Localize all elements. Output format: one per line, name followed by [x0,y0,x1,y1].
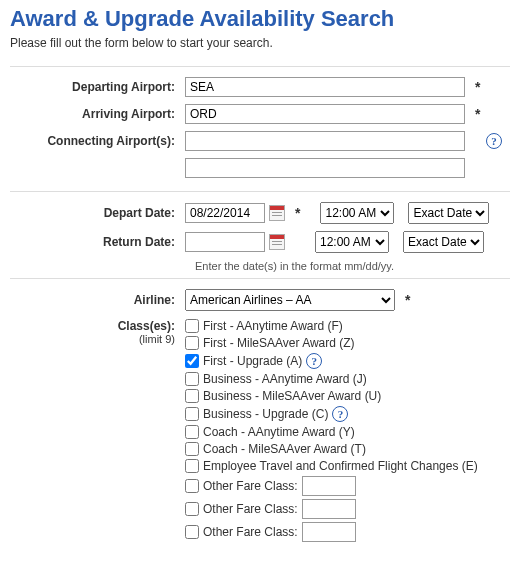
classes-list: First - AAnytime Award (F)First - MileSA… [185,319,510,545]
return-date-label: Return Date: [10,235,185,249]
arriving-airport-label: Arriving Airport: [10,107,185,121]
class-checkbox[interactable] [185,425,199,439]
help-icon[interactable]: ? [306,353,322,369]
class-option: Business - AAnytime Award (J) [185,372,510,386]
return-time-select[interactable]: 12:00 AM [315,231,389,253]
depart-date-label: Depart Date: [10,206,185,220]
class-checkbox[interactable] [185,407,199,421]
class-option: Coach - MileSAAver Award (T) [185,442,510,456]
other-fare-row: Other Fare Class: [185,522,510,542]
connecting-airport-input-1[interactable] [185,131,465,151]
class-label: Business - Upgrade (C) [203,407,328,421]
class-label: Employee Travel and Confirmed Flight Cha… [203,459,478,473]
other-fare-label: Other Fare Class: [203,525,298,539]
other-fare-row: Other Fare Class: [185,499,510,519]
other-fare-label: Other Fare Class: [203,479,298,493]
airline-select[interactable]: American Airlines – AA [185,289,395,311]
class-label: Coach - AAnytime Award (Y) [203,425,355,439]
other-fare-input[interactable] [302,476,356,496]
departing-airport-label: Departing Airport: [10,80,185,94]
return-exact-select[interactable]: Exact Date [403,231,484,253]
class-option: First - AAnytime Award (F) [185,319,510,333]
class-checkbox[interactable] [185,354,199,368]
other-fare-checkbox[interactable] [185,525,199,539]
class-checkbox[interactable] [185,459,199,473]
class-checkbox[interactable] [185,372,199,386]
class-option: Business - Upgrade (C)? [185,406,510,422]
airports-section: Departing Airport: * Arriving Airport: *… [10,66,510,191]
departing-airport-input[interactable] [185,77,465,97]
class-label: First - AAnytime Award (F) [203,319,343,333]
class-checkbox[interactable] [185,319,199,333]
help-icon[interactable]: ? [486,133,502,149]
other-fare-checkbox[interactable] [185,479,199,493]
class-checkbox[interactable] [185,389,199,403]
airline-section: Airline: American Airlines – AA * Class(… [10,278,510,558]
class-label: Business - MileSAAver Award (U) [203,389,381,403]
page-title: Award & Upgrade Availability Search [10,6,510,32]
required-mark: * [405,292,410,308]
return-date-input[interactable] [185,232,265,252]
required-mark: * [475,106,480,122]
class-option: Business - MileSAAver Award (U) [185,389,510,403]
connecting-airports-label: Connecting Airport(s): [10,134,185,148]
airline-label: Airline: [10,293,185,307]
calendar-icon[interactable] [269,234,285,250]
class-option: First - Upgrade (A)? [185,353,510,369]
date-format-hint: Enter the date(s) in the format mm/dd/yy… [195,260,510,272]
class-option: Employee Travel and Confirmed Flight Cha… [185,459,510,473]
class-label: Coach - MileSAAver Award (T) [203,442,366,456]
required-mark: * [475,79,480,95]
page-subtitle: Please fill out the form below to start … [10,36,510,50]
connecting-airport-input-2[interactable] [185,158,465,178]
class-checkbox[interactable] [185,336,199,350]
class-label: First - Upgrade (A) [203,354,302,368]
other-fare-row: Other Fare Class: [185,476,510,496]
other-fare-label: Other Fare Class: [203,502,298,516]
other-fare-checkbox[interactable] [185,502,199,516]
help-icon[interactable]: ? [332,406,348,422]
class-checkbox[interactable] [185,442,199,456]
class-option: First - MileSAAver Award (Z) [185,336,510,350]
class-option: Coach - AAnytime Award (Y) [185,425,510,439]
arriving-airport-input[interactable] [185,104,465,124]
dates-section: Depart Date: * 12:00 AM Exact Date Retur… [10,191,510,278]
class-label: Business - AAnytime Award (J) [203,372,367,386]
calendar-icon[interactable] [269,205,285,221]
classes-label: Class(es): (limit 9) [10,319,185,345]
classes-limit: (limit 9) [10,333,175,345]
depart-date-input[interactable] [185,203,265,223]
depart-exact-select[interactable]: Exact Date [408,202,489,224]
required-mark: * [295,205,300,221]
class-label: First - MileSAAver Award (Z) [203,336,355,350]
other-fare-input[interactable] [302,522,356,542]
depart-time-select[interactable]: 12:00 AM [320,202,394,224]
other-fare-input[interactable] [302,499,356,519]
